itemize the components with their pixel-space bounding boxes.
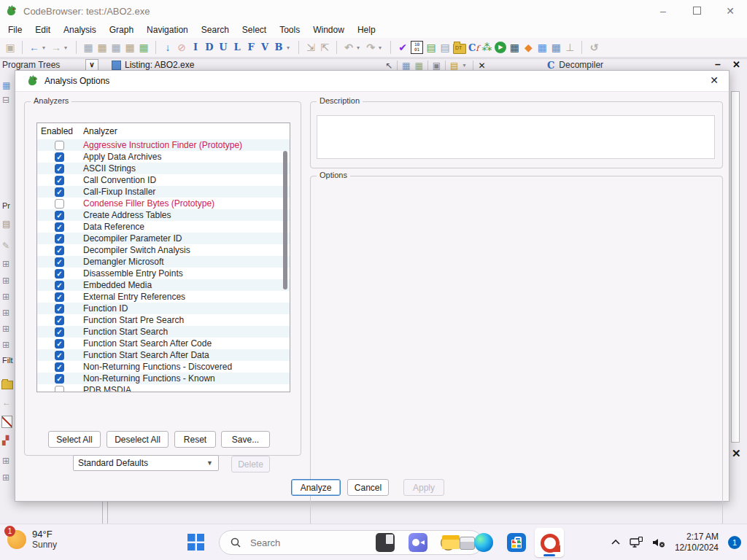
menu-graph[interactable]: Graph	[103, 23, 140, 36]
analyzer-checkbox[interactable]: ✓	[55, 269, 64, 279]
analyzer-row[interactable]: PDB MSDIA	[37, 384, 290, 392]
analyzer-checkbox[interactable]	[55, 199, 64, 209]
decompiler-panel-header[interactable]: C Decompiler	[547, 60, 603, 70]
analyzer-checkbox[interactable]: ✓	[55, 211, 64, 220]
analyzer-checkbox[interactable]: ✓	[55, 351, 64, 360]
analyzer-row[interactable]: Condense Filler Bytes (Prototype)	[37, 198, 290, 209]
analyzer-row[interactable]: ✓Decompiler Parameter ID	[37, 233, 290, 244]
close-button[interactable]: ✕	[713, 5, 747, 17]
refresh-icon[interactable]: ↺	[588, 40, 600, 55]
data-type-dropdown-caret[interactable]: ▾	[287, 44, 293, 51]
back-mini-icon[interactable]: ←	[2, 397, 11, 408]
taskbar-app-ghidra[interactable]	[535, 528, 564, 557]
analyzer-checkbox[interactable]	[55, 386, 64, 393]
copy-special-icon[interactable]: ▦	[124, 40, 136, 55]
cancel-button[interactable]: Cancel	[347, 479, 389, 496]
tray-chevron-up-icon[interactable]	[611, 540, 620, 545]
menu-analysis[interactable]: Analysis	[57, 23, 103, 36]
forward-dropdown-caret[interactable]: ▾	[64, 44, 70, 51]
analyzer-row[interactable]: ✓Decompiler Switch Analysis	[37, 244, 290, 256]
expand-node-icon[interactable]: ⊞	[2, 340, 9, 350]
analyzer-row[interactable]: ✓Call Convention ID	[37, 174, 290, 186]
taskbar-app-file-explorer[interactable]	[436, 528, 465, 557]
paste-icon[interactable]: ▦	[82, 40, 94, 55]
margin-dropdown-caret[interactable]: ▾	[462, 62, 468, 69]
menu-window[interactable]: Window	[306, 23, 351, 36]
taskbar-app-dark-app[interactable]	[371, 528, 400, 557]
decompiler-minimize-button[interactable]: –	[715, 58, 721, 70]
diamond-icon[interactable]: ◆	[522, 40, 534, 55]
set-undefined-u-icon[interactable]: U	[217, 40, 229, 55]
set-variable-v-icon[interactable]: V	[259, 40, 271, 55]
validate-icon[interactable]: ✔	[397, 40, 409, 55]
analyzer-checkbox[interactable]: ✓	[55, 152, 64, 162]
analyzer-checkbox[interactable]: ✓	[55, 292, 64, 302]
disassemble-icon[interactable]: ↓	[162, 40, 174, 55]
decompiler-close-button[interactable]: ✕	[732, 59, 740, 70]
expand-node-icon[interactable]: ⊞	[2, 472, 9, 483]
notification-count-badge[interactable]: 1	[728, 536, 741, 549]
analyzer-checkbox[interactable]: ✓	[55, 234, 64, 244]
set-label-l-icon[interactable]: L	[231, 40, 243, 55]
analyzer-checkbox[interactable]: ✓	[55, 281, 64, 290]
analyzer-row[interactable]: ✓Embedded Media	[37, 279, 290, 291]
analyzer-checkbox[interactable]: ✓	[55, 362, 64, 372]
analyzer-row[interactable]: Aggressive Instruction Finder (Prototype…	[37, 139, 290, 151]
decompiler-scrollbar[interactable]	[731, 91, 740, 443]
clear-code-icon[interactable]: ⊘	[176, 40, 187, 55]
symbol-table-icon[interactable]: ▦	[536, 40, 548, 55]
no-edit-icon[interactable]	[1, 416, 12, 428]
run-icon[interactable]: ▶	[495, 42, 506, 53]
jump-in-icon[interactable]: ⇲	[305, 40, 317, 55]
volume-muted-icon[interactable]	[652, 537, 665, 548]
paste-special-icon[interactable]: ▦	[110, 40, 122, 55]
weather-widget[interactable]: 1 94°F Sunny	[7, 529, 57, 550]
network-icon[interactable]	[630, 537, 643, 548]
analyzer-checkbox[interactable]	[55, 141, 64, 150]
save-button[interactable]: Save...	[221, 431, 270, 448]
analyzer-checkbox[interactable]: ✓	[55, 374, 64, 384]
collapse-node-icon[interactable]: ⊟	[2, 95, 9, 105]
analyzer-table-header[interactable]: Enabled Analyzer	[37, 123, 290, 139]
tab-listing[interactable]: Listing: ABO2.exe	[112, 60, 194, 70]
apply-button[interactable]: Apply	[403, 479, 444, 496]
analyzer-row[interactable]: ✓Non-Returning Functions - Known	[37, 373, 290, 384]
set-function-f-icon[interactable]: F	[245, 40, 257, 55]
script-manager-icon[interactable]: ▤	[425, 40, 437, 55]
delete-button[interactable]: Delete	[231, 456, 270, 472]
panel-menu-button[interactable]: ∨	[85, 59, 98, 71]
analyzer-checkbox[interactable]: ✓	[55, 222, 64, 232]
analyzer-row[interactable]: ✓Demangler Microsoft	[37, 256, 290, 268]
data-types-folder-icon[interactable]	[1, 381, 13, 389]
analyzer-row[interactable]: ✓Function ID	[37, 303, 290, 314]
redo-icon[interactable]: ↷	[365, 40, 376, 55]
analyzer-row[interactable]: ✓Function Start Search After Data	[37, 349, 290, 361]
analyzer-checkbox[interactable]: ✓	[55, 187, 64, 197]
taskbar-app-store[interactable]	[502, 528, 531, 557]
reset-button[interactable]: Reset	[174, 431, 216, 448]
menu-search[interactable]: Search	[195, 23, 236, 36]
data-type-manager-icon[interactable]	[453, 44, 466, 54]
copy-icon[interactable]: ▦	[96, 40, 108, 55]
analyzer-row[interactable]: ✓Data Reference	[37, 221, 290, 233]
analyzer-column-header[interactable]: Analyzer	[83, 126, 117, 136]
analyzer-row[interactable]: ✓Create Address Tables	[37, 209, 290, 221]
undo-dropdown-caret[interactable]: ▾	[357, 44, 363, 51]
clock[interactable]: 2:17 AM 12/10/2024	[675, 532, 719, 553]
menu-tools[interactable]: Tools	[273, 23, 306, 36]
processor-icon[interactable]: ▦	[508, 40, 520, 55]
config-select[interactable]: Standard Defaults ▼	[73, 455, 219, 471]
tree-view-icon[interactable]: ▦	[2, 80, 10, 90]
memory-map-icon[interactable]: ▤	[439, 40, 451, 55]
analyzer-checkbox[interactable]: ✓	[55, 257, 64, 267]
expand-node-icon[interactable]: ⊞	[2, 308, 9, 318]
analyzer-row[interactable]: ✓Disassemble Entry Points	[37, 268, 290, 279]
forward-icon[interactable]: →	[50, 40, 62, 55]
analyzer-row[interactable]: ✓Function Start Pre Search	[37, 314, 290, 326]
analyzer-row[interactable]: ✓External Entry References	[37, 291, 290, 303]
call-hierarchy-icon[interactable]: ⊥	[564, 40, 576, 55]
start-button[interactable]	[187, 534, 204, 551]
enabled-column-header[interactable]: Enabled	[41, 126, 82, 136]
analyzer-row[interactable]: ✓Call-Fixup Installer	[37, 186, 290, 198]
taskbar-app-edge[interactable]	[469, 528, 498, 557]
